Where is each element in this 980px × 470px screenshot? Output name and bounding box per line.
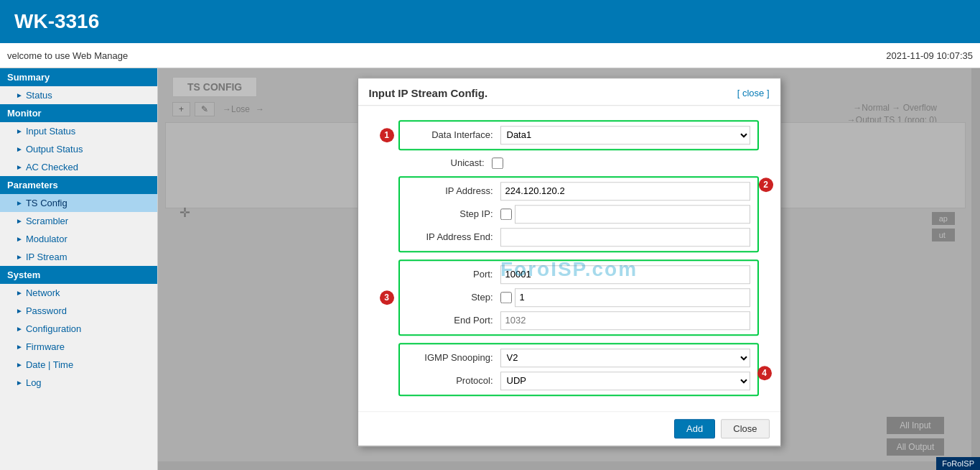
sidebar-section-parameters: Parameters bbox=[0, 176, 157, 194]
sidebar-item-output-status[interactable]: ► Output Status bbox=[0, 140, 157, 158]
sidebar-item-label: Status bbox=[26, 90, 52, 101]
step-ip-checkbox[interactable] bbox=[500, 208, 512, 220]
modal-footer: Add Close bbox=[358, 411, 780, 446]
sidebar-item-ip-stream[interactable]: ► IP Stream bbox=[0, 248, 157, 266]
sidebar-item-label: TS Config bbox=[26, 198, 67, 208]
sub-header-left: velcome to use Web Manage bbox=[7, 50, 128, 61]
arrow-icon: ► bbox=[16, 379, 23, 387]
igmp-row: IGMP Snooping: V1 V2 V3 bbox=[407, 349, 750, 367]
sidebar-item-label: Scrambler bbox=[26, 216, 68, 226]
sidebar-item-input-status[interactable]: ► Input Status bbox=[0, 122, 157, 140]
igmp-label: IGMP Snooping: bbox=[407, 352, 500, 363]
sidebar-item-datetime[interactable]: ► Date | Time bbox=[0, 356, 157, 374]
sidebar-item-network[interactable]: ► Network bbox=[0, 284, 157, 302]
header: WK-3316 bbox=[0, 0, 980, 43]
sidebar-item-password[interactable]: ► Password bbox=[0, 302, 157, 320]
sidebar-item-label: Modulator bbox=[26, 234, 67, 244]
data-interface-label: Data Interface: bbox=[407, 129, 500, 140]
arrow-icon: ► bbox=[16, 343, 23, 351]
sidebar-item-log[interactable]: ► Log bbox=[0, 374, 157, 392]
data-interface-select[interactable]: Data1 Data2 Management bbox=[500, 126, 750, 144]
end-port-label: End Port: bbox=[407, 315, 500, 326]
ip-address-input[interactable] bbox=[500, 182, 750, 201]
badge-1: 1 bbox=[380, 128, 394, 142]
badge-4: 4 bbox=[757, 366, 772, 380]
igmp-protocol-group: IGMP Snooping: V1 V2 V3 Protocol: UDP bbox=[380, 343, 759, 396]
unicast-label: Unicast: bbox=[398, 157, 492, 168]
sidebar-item-modulator[interactable]: ► Modulator bbox=[0, 230, 157, 248]
ip-address-row: IP Address: 2 bbox=[407, 182, 750, 201]
igmp-select[interactable]: V1 V2 V3 bbox=[500, 349, 750, 367]
step-input[interactable] bbox=[515, 288, 750, 307]
ip-address-end-input[interactable] bbox=[500, 228, 750, 246]
data-interface-group: 1 Data Interface: Data1 Data2 Management bbox=[380, 120, 759, 150]
port-label: Port: bbox=[407, 269, 500, 280]
sidebar-section-system: System bbox=[0, 266, 157, 284]
ip-address-group: IP Address: 2 Step IP: IP Address End: bbox=[380, 176, 759, 252]
arrow-icon: ► bbox=[16, 289, 23, 297]
badge-2: 2 bbox=[759, 178, 773, 192]
arrow-icon: ► bbox=[16, 163, 23, 171]
app-title: WK-3316 bbox=[14, 10, 99, 33]
protocol-label: Protocol: bbox=[407, 375, 500, 386]
sidebar-section-summary: Summary bbox=[0, 68, 157, 86]
modal-body: 1 Data Interface: Data1 Data2 Management… bbox=[358, 106, 780, 411]
sidebar-item-label: Configuration bbox=[26, 323, 81, 334]
sidebar-item-label: Date | Time bbox=[26, 359, 73, 370]
sidebar-item-label: Password bbox=[26, 305, 67, 316]
arrow-icon: ► bbox=[16, 91, 23, 99]
step-ip-row: Step IP: bbox=[407, 205, 750, 224]
sidebar-item-label: Firmware bbox=[26, 341, 65, 352]
sidebar-item-label: Log bbox=[26, 377, 42, 388]
port-input[interactable] bbox=[500, 265, 750, 284]
arrow-icon: ► bbox=[16, 217, 23, 225]
igmp-highlight: IGMP Snooping: V1 V2 V3 Protocol: UDP bbox=[398, 343, 759, 396]
modal-close-link[interactable]: [ close ] bbox=[737, 88, 770, 98]
sidebar-item-firmware[interactable]: ► Firmware bbox=[0, 338, 157, 356]
data-interface-highlight: Data Interface: Data1 Data2 Management bbox=[398, 120, 759, 150]
arrow-icon: ► bbox=[16, 235, 23, 243]
ip-address-highlight: IP Address: 2 Step IP: IP Address End: bbox=[398, 176, 759, 252]
close-button[interactable]: Close bbox=[721, 419, 769, 438]
sidebar-item-status[interactable]: ► Status bbox=[0, 86, 157, 104]
step-ip-input[interactable] bbox=[515, 205, 750, 224]
ip-address-end-row: IP Address End: bbox=[407, 228, 750, 246]
sidebar-item-label: Output Status bbox=[26, 144, 83, 155]
arrow-icon: ► bbox=[16, 253, 23, 261]
badge-3: 3 bbox=[380, 290, 394, 305]
sidebar-item-label: Input Status bbox=[26, 126, 75, 137]
modal-title: Input IP Stream Config. bbox=[369, 87, 488, 99]
arrow-icon: ► bbox=[16, 361, 23, 369]
sidebar-item-ts-config[interactable]: ► TS Config bbox=[0, 194, 157, 212]
sidebar-item-scrambler[interactable]: ► Scrambler bbox=[0, 212, 157, 230]
end-port-row: End Port: bbox=[407, 311, 750, 330]
foroisp-badge: FoRoISP bbox=[936, 457, 980, 470]
sub-header-right: 2021-11-09 10:07:35 bbox=[886, 50, 973, 61]
add-button[interactable]: Add bbox=[674, 419, 715, 438]
end-port-input[interactable] bbox=[500, 311, 750, 330]
sidebar-item-ac-checked[interactable]: ► AC Checked bbox=[0, 158, 157, 176]
ip-address-label: IP Address: bbox=[407, 185, 500, 196]
content-area: TS CONFIG + ✎ →Lose → →Normal → Overflow… bbox=[158, 68, 980, 470]
step-ip-label: Step IP: bbox=[407, 208, 500, 219]
step-row: Step: bbox=[407, 288, 750, 307]
sidebar-section-monitor: Monitor bbox=[0, 104, 157, 122]
arrow-icon: ► bbox=[16, 325, 23, 333]
sidebar-item-label: Network bbox=[26, 287, 60, 298]
unicast-row: Unicast: bbox=[380, 157, 759, 169]
sub-header: velcome to use Web Manage 2021-11-09 10:… bbox=[0, 43, 980, 68]
ip-address-end-label: IP Address End: bbox=[407, 231, 500, 242]
arrow-icon: ► bbox=[16, 307, 23, 315]
port-highlight: Port: Step: End Port: bbox=[398, 259, 759, 336]
arrow-icon: ► bbox=[16, 199, 23, 207]
step-checkbox[interactable] bbox=[500, 292, 512, 303]
port-group: 3 Port: Step: End Port: bbox=[380, 259, 759, 336]
unicast-checkbox[interactable] bbox=[492, 157, 503, 169]
port-row: Port: bbox=[407, 265, 750, 284]
sidebar-item-configuration[interactable]: ► Configuration bbox=[0, 320, 157, 338]
modal-dialog: Input IP Stream Config. [ close ] 1 Data… bbox=[358, 78, 781, 446]
main-layout: Summary ► Status Monitor ► Input Status … bbox=[0, 68, 980, 470]
protocol-select[interactable]: UDP TCP RTP bbox=[500, 372, 750, 390]
modal-header: Input IP Stream Config. [ close ] bbox=[358, 78, 780, 106]
sidebar: Summary ► Status Monitor ► Input Status … bbox=[0, 68, 158, 470]
